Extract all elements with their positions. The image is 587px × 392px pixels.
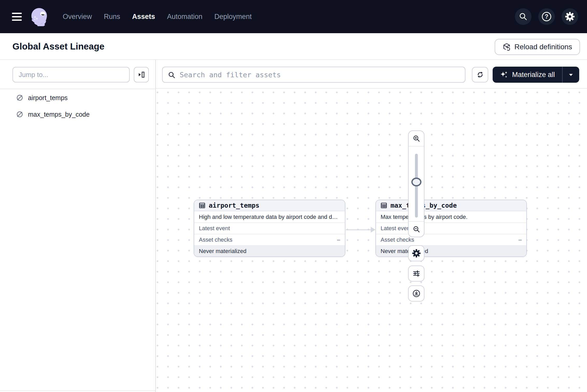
page-title: Global Asset Lineage <box>12 33 104 59</box>
hamburger-menu-button[interactable] <box>12 13 22 21</box>
collapse-sidebar-button[interactable] <box>134 67 149 82</box>
dagster-octopus-icon <box>30 7 49 26</box>
table-icon <box>199 202 205 209</box>
asset-node-description: High and low temperature data by airport… <box>194 211 345 223</box>
sidebar-toolbar-divider <box>0 89 155 89</box>
asset-node-header: airport_temps <box>194 200 345 211</box>
global-asset-lineage-page: Overview Runs Assets Automation Deployme… <box>0 0 587 392</box>
graph-settings-button[interactable] <box>408 245 424 261</box>
asset-checks-value: – <box>519 236 522 243</box>
asset-sidebar: airport_temps max_temps_by_code <box>0 60 156 392</box>
chevron-down-icon <box>569 73 573 76</box>
asset-node-header: max_temps_by_code <box>376 200 526 211</box>
materialize-dropdown-button[interactable] <box>563 67 579 83</box>
nav-item-automation[interactable]: Automation <box>167 13 202 21</box>
dagster-logo[interactable] <box>30 7 49 26</box>
jump-to-input[interactable] <box>12 67 130 82</box>
nav-item-overview[interactable]: Overview <box>63 13 92 21</box>
download-image-button[interactable] <box>408 285 424 302</box>
refresh-icon <box>476 71 484 79</box>
zoom-out-icon <box>413 226 420 233</box>
zoom-panel <box>408 130 424 237</box>
slash-circle-icon <box>16 94 23 101</box>
sidebar-bottom-divider <box>0 390 155 391</box>
search-icon <box>519 12 528 21</box>
lineage-canvas[interactable]: airport_temps High and low temperature d… <box>156 89 587 392</box>
asset-node-latest-event-row: Latest event <box>376 223 526 234</box>
primary-nav: Overview Runs Assets Automation Deployme… <box>63 13 252 21</box>
asset-list-item-label: max_temps_by_code <box>28 111 90 118</box>
reload-definitions-label: Reload definitions <box>514 43 572 51</box>
slash-circle-icon <box>16 111 23 118</box>
asset-node-description: Max temperatures by airport code. <box>376 211 526 223</box>
asset-list-item-label: airport_temps <box>28 94 68 102</box>
zoom-in-icon <box>413 135 420 142</box>
materialize-all-label: Materialize all <box>512 71 555 79</box>
asset-node-airport-temps[interactable]: airport_temps High and low temperature d… <box>194 200 345 257</box>
materialize-all-split-button: Materialize all <box>493 67 579 83</box>
materialize-all-button[interactable]: Materialize all <box>493 67 562 83</box>
download-icon <box>412 289 421 298</box>
gear-icon <box>412 249 421 258</box>
reload-definitions-button[interactable]: Reload definitions <box>495 39 580 55</box>
graph-toolbar: Materialize all <box>156 60 587 89</box>
zoom-slider-thumb[interactable] <box>411 178 421 186</box>
lineage-edge-arrowhead <box>371 227 375 233</box>
zoom-out-button[interactable] <box>409 221 424 237</box>
search-wrap <box>162 67 465 83</box>
gear-icon <box>565 12 575 22</box>
asset-checks-label: Asset checks <box>199 236 233 243</box>
settings-button[interactable] <box>562 8 578 25</box>
asset-node-status: Never materialized <box>194 246 345 256</box>
asset-list-item-max-temps-by-code[interactable]: max_temps_by_code <box>0 106 155 123</box>
asset-list-item-airport-temps[interactable]: airport_temps <box>0 89 155 106</box>
help-icon: ? <box>542 12 551 21</box>
asset-node-latest-event-row: Latest event <box>194 223 345 234</box>
asset-node-name: airport_temps <box>209 202 260 209</box>
graph-filters-button[interactable] <box>408 265 424 282</box>
page-header: Global Asset Lineage Reload definitions <box>0 33 587 60</box>
asset-node-status: Never materialized <box>376 246 526 256</box>
nav-item-assets[interactable]: Assets <box>132 13 155 21</box>
asset-node-max-temps-by-code[interactable]: max_temps_by_code Max temperatures by ai… <box>375 200 527 257</box>
latest-event-label: Latest event <box>381 225 412 232</box>
top-nav-bar: Overview Runs Assets Automation Deployme… <box>0 0 587 33</box>
sparkles-icon <box>500 71 508 79</box>
search-icon <box>168 71 176 79</box>
collapse-panel-icon <box>138 71 145 78</box>
zoom-in-button[interactable] <box>409 131 424 146</box>
topbar-actions: ? <box>515 8 578 25</box>
search-button[interactable] <box>515 8 532 25</box>
nav-item-runs[interactable]: Runs <box>104 13 120 21</box>
refresh-button[interactable] <box>472 67 488 82</box>
asset-checks-value: – <box>337 236 340 243</box>
nav-item-deployment[interactable]: Deployment <box>214 13 252 21</box>
reload-definitions-icon <box>502 43 511 51</box>
asset-checks-label: Asset checks <box>381 236 414 243</box>
search-filter-assets-input[interactable] <box>162 67 465 83</box>
asset-node-asset-checks-row: Asset checks – <box>376 234 526 246</box>
asset-list: airport_temps max_temps_by_code <box>0 89 155 123</box>
help-button[interactable]: ? <box>538 8 555 25</box>
latest-event-label: Latest event <box>199 225 230 232</box>
tune-sliders-icon <box>413 270 420 277</box>
asset-node-asset-checks-row: Asset checks – <box>194 234 345 246</box>
lineage-edge <box>346 229 371 230</box>
table-icon <box>381 202 387 209</box>
zoom-slider <box>409 146 424 221</box>
